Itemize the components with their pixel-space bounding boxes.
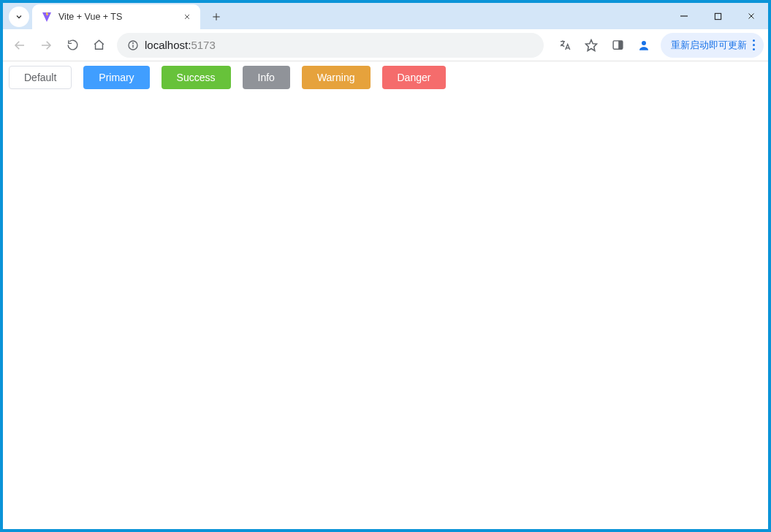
minimize-icon (680, 12, 688, 20)
success-button[interactable]: Success (162, 66, 231, 89)
tab-close-button[interactable] (181, 11, 193, 23)
svg-rect-17 (618, 41, 623, 49)
warning-button[interactable]: Warning (302, 66, 371, 89)
svg-point-18 (642, 41, 646, 45)
svg-marker-15 (586, 39, 597, 50)
success-button-label: Success (177, 72, 216, 83)
info-button-label: Info (258, 72, 275, 83)
forward-button[interactable] (34, 33, 58, 58)
tab-strip: Vite + Vue + TS (3, 3, 768, 29)
svg-rect-7 (715, 13, 721, 19)
address-port: 5173 (191, 39, 215, 51)
back-button[interactable] (7, 33, 32, 58)
close-icon (747, 12, 756, 20)
window-minimize-button[interactable] (667, 3, 701, 29)
bookmark-button[interactable] (579, 33, 604, 58)
info-icon (127, 39, 139, 51)
arrow-left-icon (13, 39, 26, 52)
home-icon (93, 39, 105, 51)
danger-button[interactable]: Danger (382, 66, 447, 89)
toolbar-right-actions: 重新启动即可更新 (552, 33, 764, 58)
favicon-vite-icon (41, 11, 53, 23)
site-info-button[interactable] (127, 39, 139, 51)
star-icon (585, 39, 598, 52)
window-close-button[interactable] (734, 3, 768, 29)
browser-window: Vite + Vue + TS (3, 3, 768, 529)
default-button[interactable]: Default (9, 66, 72, 89)
page-content: Default Primary Success Info Warning Dan… (3, 61, 768, 529)
user-icon (637, 39, 650, 52)
reload-icon (67, 39, 79, 51)
info-button[interactable]: Info (243, 66, 290, 89)
home-button[interactable] (86, 33, 111, 58)
chevron-down-icon (15, 12, 23, 21)
panel-icon (612, 39, 624, 51)
tab-search-button[interactable] (9, 7, 29, 27)
kebab-menu-icon (753, 39, 755, 50)
warning-button-label: Warning (317, 72, 355, 83)
reload-button[interactable] (60, 33, 85, 58)
window-maximize-button[interactable] (701, 3, 734, 29)
address-text: localhost:5173 (145, 39, 533, 51)
arrow-right-icon (39, 39, 53, 52)
browser-tab[interactable]: Vite + Vue + TS (32, 4, 200, 29)
primary-button-label: Primary (99, 72, 134, 83)
address-host: localhost: (145, 39, 191, 51)
address-bar[interactable]: localhost:5173 (117, 33, 544, 58)
default-button-label: Default (24, 72, 56, 83)
tab-title: Vite + Vue + TS (58, 12, 181, 22)
danger-button-label: Danger (398, 72, 431, 83)
primary-button[interactable]: Primary (83, 66, 149, 89)
side-panel-button[interactable] (605, 33, 630, 58)
translate-icon (558, 39, 571, 52)
close-icon (183, 13, 191, 20)
translate-button[interactable] (552, 33, 577, 58)
plus-icon (211, 12, 221, 22)
toolbar: localhost:5173 重新启动即可更新 (3, 29, 768, 61)
window-controls (667, 3, 768, 29)
update-label: 重新启动即可更新 (671, 39, 747, 52)
profile-button[interactable] (631, 33, 656, 58)
update-button[interactable]: 重新启动即可更新 (661, 33, 764, 58)
svg-point-14 (133, 42, 134, 43)
new-tab-button[interactable] (206, 7, 227, 27)
maximize-icon (714, 12, 722, 20)
